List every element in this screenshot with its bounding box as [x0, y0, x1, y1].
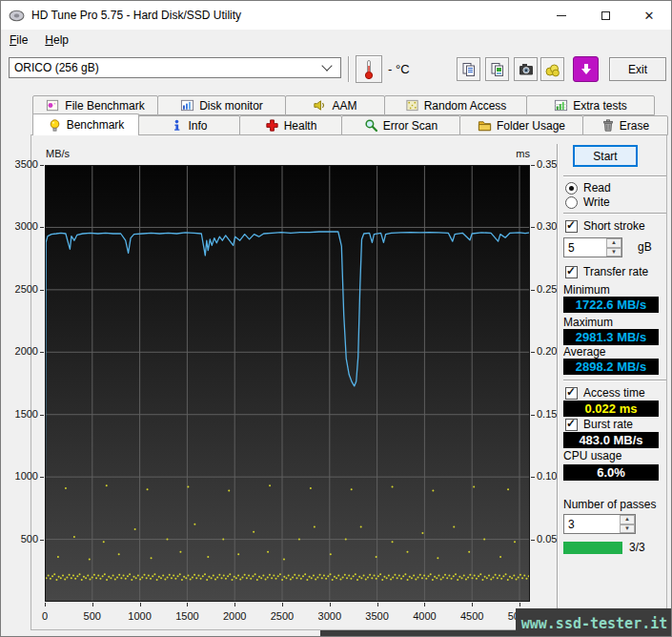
chevron-down-icon [321, 60, 332, 71]
separator [563, 213, 666, 214]
capacity-unit-label: gB [638, 240, 652, 254]
maximum-value: 2981.3 MB/s [563, 329, 659, 345]
right-axis-unit: ms [504, 148, 530, 159]
axis-tick-label: 0.30 [537, 220, 557, 232]
download-button[interactable] [573, 56, 599, 82]
temperature-display: - °C [388, 62, 410, 76]
copy-image-button[interactable] [485, 57, 509, 81]
capacity-spinner[interactable]: 5 ▲▼ [563, 237, 622, 257]
radio-icon [565, 196, 578, 209]
access-time-checkbox[interactable]: Access time [565, 386, 645, 400]
titlebar: HD Tune Pro 5.75 - Hard Disk/SSD Utility… [1, 1, 671, 30]
short-stroke-checkbox[interactable]: Short stroke [565, 219, 645, 233]
tab-disk-monitor[interactable]: Disk monitor [157, 95, 286, 115]
spin-down-button[interactable]: ▼ [606, 248, 621, 257]
speaker-icon [313, 98, 327, 113]
axis-tick-mark [472, 603, 473, 606]
transfer-rate-checkbox[interactable]: Transfer rate [565, 265, 648, 278]
tab-random-access[interactable]: Random Access [384, 95, 527, 115]
tab-label: File Benchmark [65, 99, 144, 113]
axis-tick-label: 3500 [356, 610, 398, 622]
spin-up-button[interactable]: ▲ [606, 238, 621, 248]
download-icon [580, 63, 593, 76]
axis-tick-mark [40, 415, 44, 416]
cpu-usage-value: 6.0% [563, 464, 659, 481]
spin-up-button[interactable]: ▲ [620, 515, 635, 524]
axis-tick-label: 0.05 [537, 533, 557, 545]
tab-file-benchmark[interactable]: File Benchmark [32, 95, 158, 115]
axis-tick-mark [519, 603, 520, 606]
drive-select[interactable]: ORICO (256 gB) [9, 57, 341, 78]
menubar: File Help [1, 30, 671, 51]
axis-tick-label: 3500 [6, 158, 38, 170]
axis-tick-label: 0.10 [537, 470, 557, 482]
temperature-button[interactable] [356, 55, 382, 83]
copy-report-icon [461, 62, 477, 77]
tab-health[interactable]: Health [239, 115, 342, 135]
screenshot-button[interactable] [514, 57, 538, 81]
tab-label: Disk monitor [199, 99, 263, 113]
copy-report-button[interactable] [457, 57, 480, 81]
tab-benchmark[interactable]: Benchmark [32, 113, 139, 135]
axis-tick-mark [531, 165, 535, 166]
copy-image-icon [490, 62, 505, 77]
access-time-value: 0.022 ms [563, 401, 659, 417]
tab-folder-usage[interactable]: Folder Usage [459, 115, 583, 135]
axis-tick-mark [40, 540, 44, 541]
short-stroke-label: Short stroke [583, 219, 645, 233]
checkbox-checked-icon [565, 419, 578, 431]
axis-tick-label: 2000 [214, 610, 255, 622]
tab-erase[interactable]: Erase [582, 115, 668, 135]
axis-tick-label: 4500 [451, 610, 493, 622]
axis-tick-mark [40, 477, 44, 478]
axis-tick-label: 0.25 [537, 283, 557, 295]
minimum-value: 1722.6 MB/s [563, 297, 659, 313]
progress-bar [563, 542, 622, 554]
folder-icon [478, 118, 492, 133]
burst-rate-value: 483.0 MB/s [563, 432, 659, 448]
minimize-icon [557, 15, 566, 16]
donate-button[interactable] [540, 57, 564, 81]
magnifier-icon [364, 118, 378, 133]
axis-tick-label: 0.35 [537, 158, 557, 170]
chart-plot [45, 165, 530, 602]
axis-tick-mark [40, 227, 44, 228]
axis-tick-mark [330, 603, 331, 606]
exit-button[interactable]: Exit [609, 57, 666, 81]
axis-tick-mark [531, 352, 535, 353]
capacity-value: 5 [564, 238, 606, 257]
minimize-button[interactable] [540, 1, 583, 30]
tab-aam[interactable]: AAM [285, 95, 385, 115]
close-button[interactable]: ✕ [627, 1, 671, 30]
axis-tick-mark [40, 290, 44, 291]
passes-value: 3 [564, 515, 620, 533]
axis-tick-mark [531, 477, 535, 478]
axis-tick-mark [424, 603, 425, 606]
passes-spinner[interactable]: 3 ▲▼ [563, 514, 636, 534]
tab-label: Info [188, 119, 207, 133]
info-icon [171, 118, 183, 133]
tab-info[interactable]: Info [138, 115, 240, 135]
start-button[interactable]: Start [573, 145, 638, 167]
axis-tick-label: 2500 [261, 610, 303, 622]
file-benchmark-icon [46, 98, 60, 113]
panel-separator [557, 144, 558, 627]
average-value: 2898.2 MB/s [563, 359, 659, 375]
tab-extra-tests[interactable]: Extra tests [526, 95, 655, 115]
write-label: Write [583, 195, 610, 209]
read-radio[interactable]: Read [565, 181, 611, 195]
tab-label: Extra tests [573, 99, 627, 113]
burst-rate-checkbox[interactable]: Burst rate [565, 418, 633, 431]
axis-tick-mark [92, 603, 93, 606]
spin-down-button[interactable]: ▼ [620, 524, 635, 534]
maximize-button[interactable] [583, 1, 627, 30]
write-radio[interactable]: Write [565, 195, 610, 209]
axis-tick-label: 4000 [403, 610, 445, 622]
menu-file[interactable]: File [1, 31, 36, 50]
tab-error-scan[interactable]: Error Scan [341, 115, 460, 135]
menu-help[interactable]: Help [36, 31, 77, 50]
axis-tick-label: 2000 [6, 345, 38, 357]
axis-tick-mark [40, 352, 44, 353]
checkbox-checked-icon [565, 220, 578, 233]
separator [563, 175, 666, 176]
